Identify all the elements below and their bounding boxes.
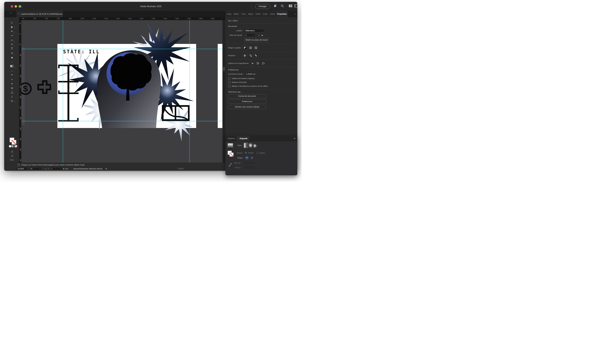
artboard-2[interactable]: [218, 44, 222, 128]
tab-couleur[interactable]: Coule: [262, 11, 269, 17]
toolbar-overflow-chevrons[interactable]: »: [10, 11, 11, 14]
quick-action-button[interactable]: Préférences: [228, 100, 266, 104]
next-artboard-nav-icon[interactable]: ▶: [63, 168, 64, 170]
tab-proprietes[interactable]: Propriétés: [276, 11, 288, 17]
radial-gradient-type-button[interactable]: [249, 143, 252, 148]
rectangle-tool[interactable]: ▭: [11, 39, 13, 41]
eyedropper-tool[interactable]: ✎: [11, 73, 13, 77]
tab-calques[interactable]: Calqu: [225, 11, 232, 17]
dollar-icon[interactable]: $: [21, 83, 31, 94]
preference-checkbox-row[interactable]: Rayons d'arrondi: [228, 81, 295, 83]
toggle-guides-button[interactable]: [243, 53, 247, 57]
notifications-bell-icon[interactable]: [273, 4, 277, 8]
smart-guides-button[interactable]: [254, 53, 258, 57]
zoom-level-dropdown[interactable]: 24,05%⌄: [17, 167, 28, 170]
direct-selection-tool[interactable]: ▶: [11, 25, 13, 28]
edit-artboards-button[interactable]: Modif. les plans de travail: [244, 38, 269, 42]
gradient-preview-swatch[interactable]: [228, 143, 233, 149]
rotate-tool[interactable]: ↺: [11, 52, 13, 54]
close-tab-icon[interactable]: ×: [18, 13, 20, 15]
draw-mode-icon[interactable]: ❐: [11, 151, 13, 153]
perspective-grid-tool[interactable]: ⫽: [12, 96, 13, 98]
shape-builder-tool[interactable]: ⧉: [11, 87, 13, 89]
document-tab[interactable]: ×expérimentations.ai* @ 24,05 % (CMJN/Ap…: [16, 11, 63, 17]
lasso-selection-tool[interactable]: ◌: [11, 61, 13, 63]
workspace-switcher-icon[interactable]: [289, 4, 292, 8]
medical-cross-icon[interactable]: [38, 81, 50, 93]
eyedropper-icon[interactable]: [228, 163, 232, 167]
quick-action-button[interactable]: Format de document: [228, 94, 266, 98]
horizontal-ruler[interactable]: 7508008509009501000105011001150120012501…: [21, 17, 225, 20]
tab-degrade[interactable]: ⬦ Dégradé: [236, 136, 250, 141]
first-artboard-icon[interactable]: ❙◀: [44, 168, 46, 170]
help-question-icon[interactable]: ?: [17, 163, 20, 166]
spread-dropdown-disabled[interactable]: ⌄: [243, 166, 258, 169]
quick-action-button[interactable]: Générer des vecteurs (Beta): [228, 105, 266, 109]
vertical-ruler[interactable]: 50050100150200250300350400450500550600: [19, 20, 22, 163]
snap-to-point-button[interactable]: [250, 61, 255, 65]
pen-tool[interactable]: ✒: [11, 30, 13, 33]
freeform-gradient-type-button[interactable]: [253, 143, 257, 148]
ruler-corner[interactable]: [19, 17, 22, 20]
tab-glyphes[interactable]: Glyphes: [228, 136, 235, 141]
last-artboard-icon[interactable]: ▶❙: [66, 168, 68, 170]
artboard-headline-text[interactable]: STATE: ILL: [63, 49, 100, 55]
blend-tool[interactable]: ∿: [11, 78, 13, 80]
artboard-dropdown[interactable]: 1⌄: [244, 34, 255, 37]
screen-mode-icon[interactable]: ❒: [11, 155, 13, 157]
width-tool[interactable]: ↔: [11, 69, 13, 72]
artboard-navigation-dropdown[interactable]: 1⌄: [50, 167, 62, 170]
rotation-dropdown[interactable]: 0°⌄: [30, 167, 42, 170]
checkbox-unchecked[interactable]: [228, 81, 231, 83]
paintbrush-tool[interactable]: ✐: [11, 43, 13, 46]
gradient-tool[interactable]: [10, 65, 14, 67]
previous-artboard-icon[interactable]: ◀: [48, 168, 49, 170]
artboard-tool[interactable]: ❏: [11, 91, 13, 94]
none-chip[interactable]: [15, 145, 17, 147]
lock-guides-button[interactable]: [248, 54, 253, 57]
stroke-color-swatch-none[interactable]: [12, 140, 16, 145]
prev-artboard-icon[interactable]: ◀: [258, 34, 259, 36]
paint-mode-chips[interactable]: [9, 145, 17, 147]
selection-tool[interactable]: ▷: [11, 21, 13, 24]
vertical-scrollbar[interactable]: [222, 20, 225, 163]
type-tool[interactable]: T: [11, 47, 13, 50]
tab-pathfinder[interactable]: Pathfi: [255, 11, 261, 17]
units-dropdown[interactable]: Millimètres⌄: [244, 29, 264, 32]
opacity-dropdown-disabled[interactable]: ⌄: [243, 161, 258, 164]
checkbox-unchecked[interactable]: [228, 85, 231, 87]
gradient-chip[interactable]: [12, 145, 14, 147]
preference-checkbox-row[interactable]: Mettre à l'échelle les contours et les e…: [228, 85, 295, 87]
gradient-stroke-proxy-none[interactable]: [230, 153, 233, 157]
delete-stop-trash-icon[interactable]: [251, 156, 253, 159]
preference-checkbox-row[interactable]: Utiliser les limites d'aperçu: [228, 77, 295, 80]
zoom-tool[interactable]: ⚲: [11, 100, 13, 102]
toggle-rulers-button[interactable]: [243, 46, 247, 50]
lines-radio[interactable]: [256, 152, 258, 154]
tab-bibliotheques[interactable]: Bibliot: [233, 11, 240, 17]
snap-to-pixel-button[interactable]: [261, 61, 266, 65]
tab-alignement[interactable]: Aligne: [247, 11, 255, 17]
next-artboard-icon[interactable]: ▶: [262, 34, 263, 36]
color-chip[interactable]: [9, 145, 12, 147]
toggle-grid-button[interactable]: [248, 46, 253, 50]
snap-to-grid-button[interactable]: [256, 61, 260, 65]
hscroll-left-arrow-icon[interactable]: ‹: [108, 168, 109, 170]
search-icon[interactable]: [281, 4, 284, 8]
curvature-tool[interactable]: ✑: [11, 34, 13, 37]
toggle-transparency-grid-button[interactable]: [254, 46, 258, 50]
tab-guides[interactable]: Guide: [269, 11, 276, 17]
gradient-stop-button[interactable]: [245, 156, 248, 159]
panel-menu-icon[interactable]: ≡: [294, 136, 295, 141]
checkbox-unchecked[interactable]: [228, 77, 231, 80]
keyboard-increment-field[interactable]: 0,3528 mm: [245, 72, 255, 76]
vertical-scrollbar-thumb[interactable]: [223, 67, 225, 71]
more-tools-icon[interactable]: ●●●: [10, 159, 14, 161]
canvas-area[interactable]: STATE: ILL $: [21, 20, 222, 163]
statusbar-expand-icon[interactable]: ▶: [106, 168, 107, 170]
share-button[interactable]: Partager: [255, 4, 270, 9]
points-radio[interactable]: [245, 152, 247, 154]
tab-transformation[interactable]: Trans: [240, 11, 247, 17]
panel-toggle-icon[interactable]: [294, 4, 297, 8]
eraser-tool[interactable]: ◆: [11, 56, 13, 59]
